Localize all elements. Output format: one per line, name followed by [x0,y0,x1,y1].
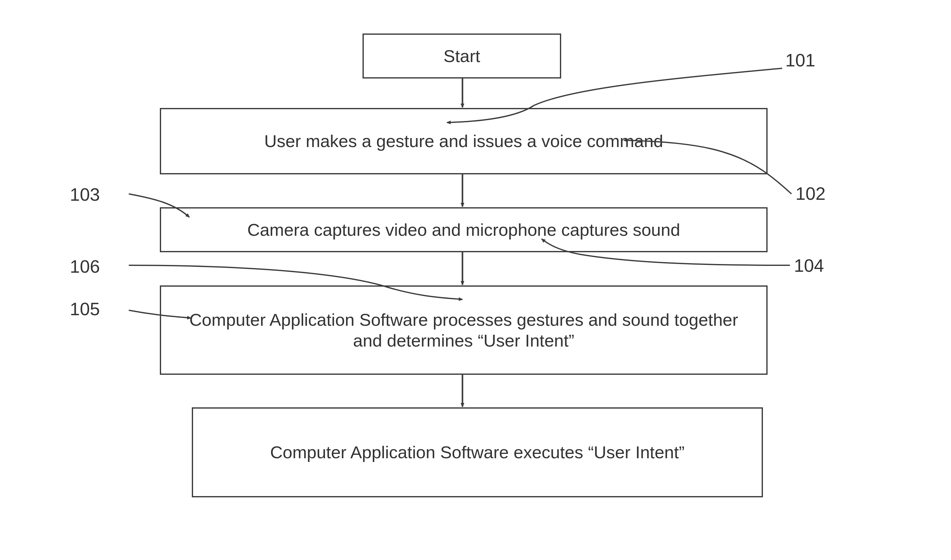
connector-overlay [0,0,951,560]
